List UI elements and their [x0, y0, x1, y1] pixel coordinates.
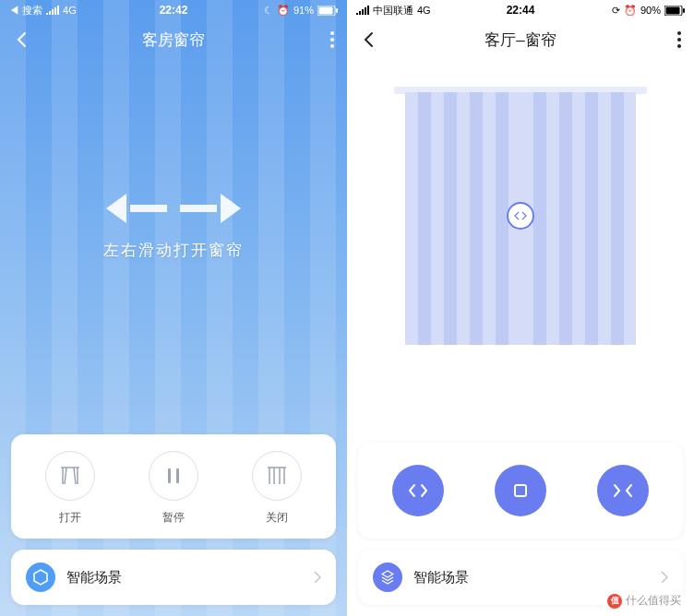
close-label: 关闭: [266, 510, 288, 526]
network-label: 4G: [417, 5, 431, 16]
battery-pct: 91%: [293, 5, 314, 16]
pause-button[interactable]: [149, 451, 198, 501]
svg-point-13: [677, 44, 681, 48]
scene-label: 智能场景: [66, 569, 303, 586]
swipe-arrows-icon: [106, 194, 241, 223]
do-not-disturb-icon: ☾: [264, 5, 273, 17]
clock: 22:44: [507, 4, 535, 17]
signal-icon: [46, 6, 59, 15]
status-bar: ◀ 搜索 4G 22:42 ☾ ⏰ 91%: [0, 0, 347, 20]
carrier-label: 中国联通: [373, 4, 413, 18]
curtain-illustration: [405, 87, 636, 345]
more-button[interactable]: [677, 31, 681, 48]
svg-rect-14: [515, 485, 526, 496]
stop-button[interactable]: [495, 465, 546, 516]
alarm-icon: ⏰: [277, 5, 290, 17]
watermark-text: 什么值得买: [626, 593, 681, 609]
scene-label: 智能场景: [413, 569, 650, 586]
svg-rect-10: [683, 8, 685, 13]
swipe-hint-text: 左右滑动打开窗帘: [103, 240, 244, 261]
clock: 22:42: [160, 4, 188, 17]
open-label: 打开: [59, 510, 81, 526]
open-button[interactable]: [45, 451, 95, 501]
svg-rect-1: [319, 6, 333, 14]
status-bar: 中国联通 4G 22:44 ⟳ ⏰ 90%: [347, 0, 694, 20]
control-buttons-card: 打开 暂停 关闭: [11, 434, 336, 539]
chevron-right-icon: [661, 571, 668, 584]
scene-icon: [26, 563, 55, 592]
watermark-logo-icon: 值: [607, 594, 622, 609]
scene-icon: [373, 563, 402, 592]
curtain-panel-left: [405, 92, 520, 345]
orientation-lock-icon: ⟳: [612, 5, 620, 17]
svg-rect-6: [168, 468, 171, 483]
chevron-right-icon: [314, 571, 321, 584]
pause-label: 暂停: [162, 510, 185, 526]
close-button[interactable]: [252, 451, 302, 501]
page-title: 客厅–窗帘: [485, 30, 556, 51]
battery-icon: [317, 6, 338, 16]
curtain-panel-right: [520, 92, 636, 345]
back-to-search[interactable]: ◀ 搜索: [9, 4, 42, 18]
nav-bar: 客厅–窗帘: [347, 20, 694, 59]
battery-pct: 90%: [640, 5, 661, 16]
svg-rect-9: [666, 6, 680, 14]
svg-rect-7: [176, 468, 179, 483]
svg-rect-2: [336, 8, 338, 13]
svg-point-11: [677, 31, 681, 35]
back-button[interactable]: [360, 30, 378, 49]
curtain-visual-area[interactable]: [347, 59, 694, 432]
control-buttons-card: [358, 443, 683, 539]
network-label: 4G: [63, 5, 77, 16]
signal-icon: [356, 6, 369, 15]
open-button[interactable]: [392, 465, 444, 516]
alarm-icon: ⏰: [624, 5, 637, 17]
curtain-swipe-area[interactable]: 左右滑动打开窗帘: [0, 31, 347, 423]
watermark: 值 什么值得买: [602, 591, 687, 610]
smart-scene-row[interactable]: 智能场景: [11, 550, 336, 605]
battery-icon: [664, 6, 685, 16]
curtain-slider-handle[interactable]: [507, 202, 534, 230]
svg-point-12: [677, 38, 681, 41]
close-button[interactable]: [597, 465, 649, 516]
